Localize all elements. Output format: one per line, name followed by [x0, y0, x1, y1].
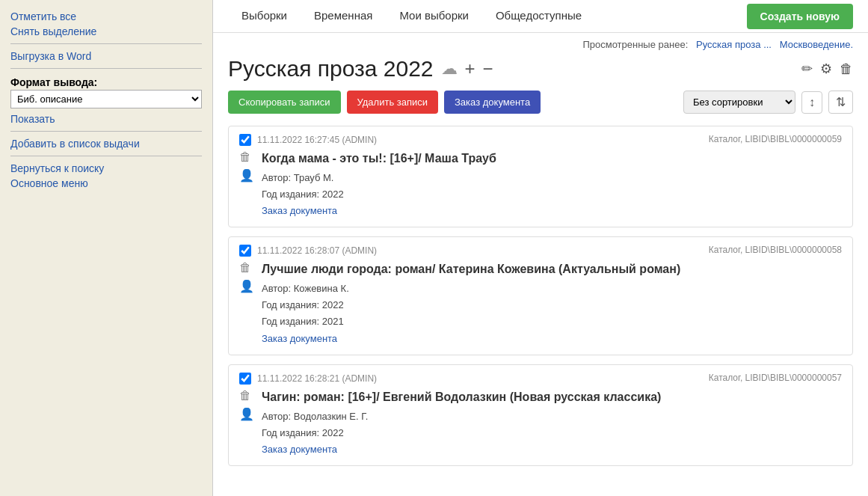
record-field-1-1: Год издания: 2022	[262, 297, 680, 313]
sidebar-deselect[interactable]: Снять выделение	[10, 24, 202, 39]
record-top-left-2: 11.11.2022 16:28:21 (ADMIN)	[239, 373, 377, 385]
record-order-link-2[interactable]: Заказ документа	[262, 444, 337, 455]
record-fields-col-0: Когда мама - это ты!: [16+]/ Маша ТраубА…	[262, 149, 496, 219]
record-meta-1: 11.11.2022 16:28:07 (ADMIN)	[257, 245, 377, 256]
record-checkbox-2[interactable]	[239, 373, 251, 385]
cloud-icon[interactable]: ☁	[441, 59, 458, 79]
prev-viewed-label: Просмотренные ранее:	[582, 39, 688, 50]
record-icon-col-0: 🗑👤	[239, 149, 254, 183]
nav-tab-vyborki[interactable]: Выборки	[228, 0, 301, 33]
record-catalog-0: Каталог, LIBID\BIBL\0000000059	[709, 134, 842, 144]
record-field-0-0: Автор: Трауб М.	[262, 170, 496, 186]
record-title-text-0: Когда мама - это ты!: [16+]/ Маша Трауб	[262, 152, 496, 165]
content-area: Просмотренные ранее: Русская проза ... М…	[213, 33, 868, 496]
prev-viewed-bar: Просмотренные ранее: Русская проза ... М…	[228, 33, 853, 53]
sidebar-export-word[interactable]: Выгрузка в Word	[10, 49, 202, 64]
record-body-2: 🗑👤Чагин: роман: [16+]/ Евгений Водолазки…	[239, 388, 842, 458]
nav-tab-obshchedostupnye[interactable]: Общедоступные	[482, 0, 595, 33]
sidebar-format-label: Формат вывода:	[10, 76, 202, 88]
record-top-left-0: 11.11.2022 16:27:45 (ADMIN)	[239, 134, 377, 146]
sidebar-format-select[interactable]: Биб. описаниеКраткое описаниеПолное опис…	[10, 90, 202, 108]
record-meta-0: 11.11.2022 16:27:45 (ADMIN)	[257, 135, 377, 145]
record-title-text-2: Чагин: роман: [16+]/ Евгений Водолазкин …	[262, 391, 661, 404]
record-fields-col-2: Чагин: роман: [16+]/ Евгений Водолазкин …	[262, 388, 661, 458]
sidebar-show[interactable]: Показать	[10, 111, 202, 126]
nav-tab-moi-vyborki[interactable]: Мои выборки	[386, 0, 482, 33]
record-checkbox-0[interactable]	[239, 134, 251, 146]
record-fields-2: Автор: Водолазкин Е. Г.Год издания: 2022…	[262, 408, 661, 458]
prev-link-2[interactable]: Москвоведение.	[780, 39, 853, 50]
record-title-2: Чагин: роман: [16+]/ Евгений Водолазкин …	[262, 391, 661, 404]
record-meta-2: 11.11.2022 16:28:21 (ADMIN)	[257, 373, 377, 384]
record-field-1-2: Год издания: 2021	[262, 313, 680, 330]
record-top-left-1: 11.11.2022 16:28:07 (ADMIN)	[239, 245, 377, 257]
record-card-2: 11.11.2022 16:28:21 (ADMIN)Каталог, LIBI…	[228, 364, 853, 466]
record-field-2-0: Автор: Водолазкин Е. Г.	[262, 408, 661, 425]
record-field-2-1: Год издания: 2022	[262, 425, 661, 441]
sort-desc-button[interactable]: ⇅	[828, 91, 853, 114]
trash-icon-2[interactable]: 🗑	[239, 389, 254, 402]
prev-link-1[interactable]: Русская проза ...	[696, 39, 772, 50]
record-card-0: 11.11.2022 16:27:45 (ADMIN)Каталог, LIBI…	[228, 126, 853, 227]
record-fields-1: Автор: Кожевина К.Год издания: 2022Год и…	[262, 281, 680, 346]
plus-icon[interactable]: +	[465, 58, 475, 79]
record-fields-0: Автор: Трауб М.Год издания: 2022Заказ до…	[262, 170, 496, 219]
sidebar-divider-3	[10, 131, 202, 132]
order-document-button[interactable]: Заказ документа	[444, 91, 541, 114]
record-title-0: Когда мама - это ты!: [16+]/ Маша Трауб	[262, 152, 496, 165]
sort-select[interactable]: Без сортировкиПо авторуПо названиюПо год…	[683, 91, 795, 114]
record-icon-col-1: 🗑👤	[239, 260, 254, 293]
main-panel: Выборки Временная Мои выборки Общедоступ…	[213, 0, 868, 496]
header-actions: ✏ ⚙ 🗑	[801, 61, 853, 77]
record-checkbox-1[interactable]	[239, 245, 251, 257]
trash-icon-0[interactable]: 🗑	[239, 150, 254, 164]
copy-records-button[interactable]: Скопировать записи	[228, 91, 341, 114]
delete-records-button[interactable]: Удалить записи	[347, 91, 439, 114]
settings-button[interactable]: ⚙	[820, 61, 832, 77]
record-field-0-1: Год издания: 2022	[262, 186, 496, 203]
sidebar-divider-2	[10, 68, 202, 69]
person-icon-0[interactable]: 👤	[239, 168, 254, 183]
record-title-text-1: Лучшие люди города: роман/ Катерина Коже…	[262, 263, 680, 276]
trash-icon-1[interactable]: 🗑	[239, 261, 254, 275]
page-title: Русская проза 2022	[228, 56, 434, 82]
sidebar-back-to-search[interactable]: Вернуться к поиску	[10, 161, 202, 176]
record-card-1: 11.11.2022 16:28:07 (ADMIN)Каталог, LIBI…	[228, 236, 853, 355]
edit-button[interactable]: ✏	[801, 61, 813, 77]
create-new-button[interactable]: Создать новую	[747, 4, 853, 29]
record-catalog-2: Каталог, LIBID\BIBL\0000000057	[709, 373, 842, 383]
person-icon-2[interactable]: 👤	[239, 407, 254, 421]
sidebar: Отметить все Снять выделение Выгрузка в …	[0, 0, 213, 496]
record-catalog-1: Каталог, LIBID\BIBL\0000000058	[709, 245, 842, 255]
minus-icon[interactable]: −	[483, 58, 493, 79]
record-body-1: 🗑👤Лучшие люди города: роман/ Катерина Ко…	[239, 260, 842, 346]
page-header: Русская проза 2022 ☁ + − ✏ ⚙ 🗑	[228, 56, 853, 82]
record-icon-col-2: 🗑👤	[239, 388, 254, 421]
record-order-link-0[interactable]: Заказ документа	[262, 205, 337, 216]
delete-button[interactable]: 🗑	[840, 61, 853, 77]
record-order-link-1[interactable]: Заказ документа	[262, 333, 337, 344]
sidebar-main-menu[interactable]: Основное меню	[10, 176, 202, 191]
top-nav: Выборки Временная Мои выборки Общедоступ…	[213, 0, 868, 33]
nav-tab-vremennaya[interactable]: Временная	[301, 0, 386, 33]
records-list: 11.11.2022 16:27:45 (ADMIN)Каталог, LIBI…	[228, 126, 853, 466]
record-top-1: 11.11.2022 16:28:07 (ADMIN)Каталог, LIBI…	[239, 245, 842, 257]
sidebar-divider-4	[10, 156, 202, 156]
record-top-2: 11.11.2022 16:28:21 (ADMIN)Каталог, LIBI…	[239, 373, 842, 385]
sidebar-divider-1	[10, 43, 202, 44]
page-title-row: Русская проза 2022 ☁ + −	[228, 56, 493, 82]
toolbar: Скопировать записи Удалить записи Заказ …	[228, 91, 853, 114]
record-top-0: 11.11.2022 16:27:45 (ADMIN)Каталог, LIBI…	[239, 134, 842, 146]
sort-asc-button[interactable]: ↕	[801, 91, 822, 114]
person-icon-1[interactable]: 👤	[239, 279, 254, 293]
sidebar-add-to-list[interactable]: Добавить в список выдачи	[10, 136, 202, 151]
record-fields-col-1: Лучшие люди города: роман/ Катерина Коже…	[262, 260, 680, 346]
record-body-0: 🗑👤Когда мама - это ты!: [16+]/ Маша Трау…	[239, 149, 842, 219]
sidebar-select-all[interactable]: Отметить все	[10, 9, 202, 24]
record-title-1: Лучшие люди города: роман/ Катерина Коже…	[262, 263, 680, 276]
record-field-1-0: Автор: Кожевина К.	[262, 281, 680, 297]
